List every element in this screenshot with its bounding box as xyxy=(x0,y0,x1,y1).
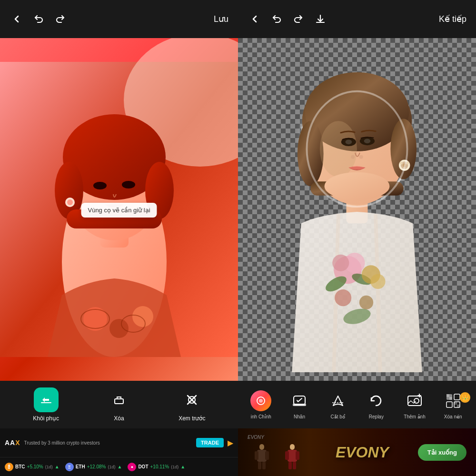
svg-point-55 xyxy=(259,399,263,403)
btc-icon: ₿ xyxy=(5,463,13,471)
svg-point-41 xyxy=(400,161,403,164)
svg-rect-72 xyxy=(265,451,269,460)
erase-label: Xóa xyxy=(114,415,124,422)
ad-banner-right: EVONY xyxy=(238,428,476,476)
redo-button[interactable] xyxy=(53,12,68,26)
svg-point-50 xyxy=(335,289,351,306)
restore-label: Khôi phục xyxy=(33,415,59,422)
left-image-area: Vùng cọ vẽ cần giữ lại xyxy=(0,38,238,381)
ad-logo: AAX xyxy=(5,439,20,446)
svg-point-12 xyxy=(67,199,73,205)
eth-change: +12.08% xyxy=(87,464,106,469)
svg-rect-64 xyxy=(454,394,460,400)
remove-bg-icon xyxy=(443,390,464,411)
restore-icon xyxy=(34,387,59,412)
right-back-button[interactable] xyxy=(248,12,262,26)
svg-point-34 xyxy=(364,139,371,143)
right-header-icons xyxy=(248,12,327,26)
svg-point-14 xyxy=(109,319,129,338)
game-ad: EVONY xyxy=(238,428,476,476)
tool-add-photo[interactable]: Thêm ảnh xyxy=(396,390,434,419)
svg-point-45 xyxy=(332,255,349,271)
svg-rect-74 xyxy=(262,462,266,469)
right-image-area xyxy=(238,38,476,381)
svg-point-10 xyxy=(122,181,135,188)
crypto-bar: ₿ BTC +5.10% (1d) ▲ Ξ ETH +12.08% (1d) ▲… xyxy=(0,457,238,476)
right-undo-button[interactable] xyxy=(269,12,284,26)
preview-icon xyxy=(179,387,204,412)
cutout-icon xyxy=(327,390,348,411)
tool-preview[interactable]: Xem trước xyxy=(156,387,228,422)
svg-point-13 xyxy=(83,307,107,331)
eth-icon: Ξ xyxy=(65,463,74,471)
eth-name: ETH xyxy=(76,464,85,469)
tool-restore[interactable]: Khôi phục xyxy=(10,387,82,422)
svg-point-51 xyxy=(359,296,373,309)
right-panel: Kế tiếp xyxy=(238,0,476,476)
tool-adjust[interactable]: inh Chỉnh xyxy=(242,390,280,419)
erase-icon xyxy=(107,387,131,412)
dot-arrow: ▲ xyxy=(180,464,185,469)
ad-banner-left: AAX Trusted by 3 million crypto investor… xyxy=(0,428,238,457)
ad-tagline: Trusted by 3 million crypto investors xyxy=(24,440,193,446)
svg-point-35 xyxy=(351,155,355,159)
save-button[interactable]: Lưu xyxy=(214,14,228,24)
remove-bg-label: Xóa nền xyxy=(444,414,462,419)
svg-point-36 xyxy=(359,155,363,159)
stamp-icon xyxy=(289,390,310,411)
svg-point-49 xyxy=(370,274,385,289)
left-toolbar: Khôi phục Xóa Xem trước xyxy=(0,381,238,428)
dot-name: DOT xyxy=(138,464,148,469)
svg-rect-78 xyxy=(296,451,299,460)
btc-arrow: ▲ xyxy=(55,464,60,469)
back-button[interactable] xyxy=(10,12,24,26)
svg-rect-62 xyxy=(446,394,449,397)
btc-item: ₿ BTC +5.10% (1d) ▲ xyxy=(5,463,60,471)
woman-right-container xyxy=(238,38,476,381)
tool-replay[interactable]: Replay xyxy=(357,390,396,419)
svg-point-9 xyxy=(93,182,107,189)
right-toolbar: inh Chỉnh Nhãn Cắt bổ xyxy=(238,381,476,428)
crown-badge: 👑 xyxy=(460,392,470,403)
svg-rect-57 xyxy=(293,404,306,406)
eth-item: Ξ ETH +12.08% (1d) ▲ xyxy=(65,463,122,471)
next-button[interactable]: Kế tiếp xyxy=(439,14,466,24)
undo-button[interactable] xyxy=(31,12,46,26)
right-download-button[interactable] xyxy=(313,12,327,26)
svg-rect-77 xyxy=(285,451,289,460)
left-header-icons xyxy=(10,12,68,26)
btc-name: BTC xyxy=(15,464,25,469)
svg-rect-65 xyxy=(446,402,452,407)
tool-cutout[interactable]: Cắt bổ xyxy=(318,390,357,419)
add-photo-label: Thêm ảnh xyxy=(404,414,425,419)
adjust-label: inh Chỉnh xyxy=(251,414,271,419)
svg-rect-73 xyxy=(258,462,261,469)
cutout-label: Cắt bổ xyxy=(331,414,345,419)
tool-remove-bg[interactable]: 👑 Xóa nền xyxy=(434,390,472,419)
svg-point-15 xyxy=(132,306,153,327)
right-redo-button[interactable] xyxy=(291,12,306,26)
tooltip-box: Vùng cọ vẽ cần giữ lại xyxy=(81,203,157,218)
add-photo-icon xyxy=(404,390,425,411)
eth-period: (1d) xyxy=(108,465,115,469)
dot-change: +10.11% xyxy=(150,464,169,469)
tool-stamp[interactable]: Nhãn xyxy=(280,390,319,419)
adjust-icon xyxy=(250,390,271,411)
svg-rect-18 xyxy=(115,399,123,404)
btc-period: (1d) xyxy=(45,465,53,469)
download-button[interactable]: Tải xuống xyxy=(418,444,466,461)
left-header: Lưu xyxy=(0,0,238,38)
dot-period: (1d) xyxy=(171,465,178,469)
trade-button[interactable]: TRADE xyxy=(196,438,224,447)
tool-erase[interactable]: Xóa xyxy=(82,387,155,422)
replay-label: Replay xyxy=(369,414,384,419)
svg-rect-79 xyxy=(288,462,292,469)
btc-change: +5.10% xyxy=(27,464,43,469)
replay-icon xyxy=(366,390,387,411)
svg-rect-80 xyxy=(293,462,296,469)
left-panel: Lưu xyxy=(0,0,238,476)
svg-point-37 xyxy=(325,172,390,200)
svg-rect-71 xyxy=(255,451,258,460)
game-title: EVONY xyxy=(336,444,389,461)
dot-item: ● DOT +10.11% (1d) ▲ xyxy=(128,463,185,471)
